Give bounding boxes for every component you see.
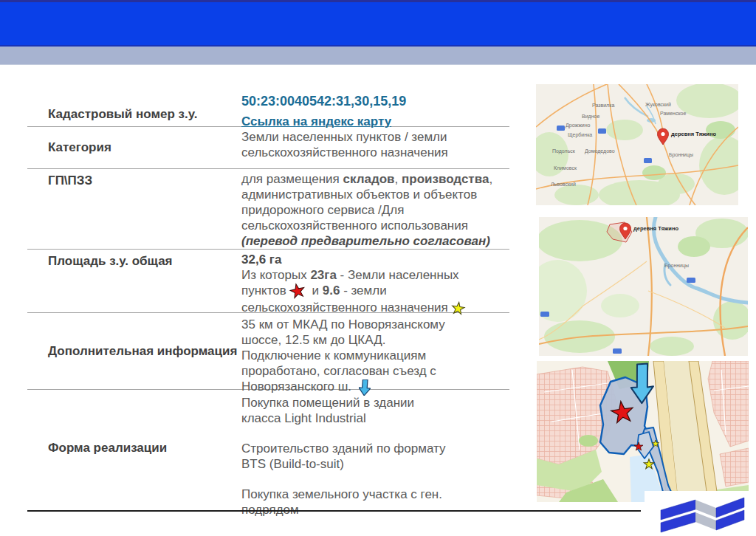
area-bold: 23га [310,268,336,282]
area-text: - земли [340,284,386,298]
gp-pzz-bold: складов [343,172,395,186]
additional-line: 35 км от МКАД по Новорязанскому [241,317,509,332]
gp-pzz-text: для размещения [241,172,343,186]
row-form: Форма реализации Покупка помещений в зда… [27,390,509,506]
map-label: Развилка [592,103,614,108]
map-cadastral [537,361,749,502]
gp-pzz-line: сельскохозяйственного использования [241,218,509,233]
map-label: Подольск [552,148,576,154]
additional-line: шоссе, 12.5 км до ЦКАД. [241,332,509,348]
map-label: Жуковский [645,102,671,108]
gp-pzz-line: административных объектов и объектов [241,187,509,202]
red-star-icon [289,283,306,300]
additional-line: проработано, согласован съезд с [241,363,509,379]
area-text: - Земли населенных [337,268,459,282]
area-text: пунктов [241,284,286,298]
gp-pzz-line: придорожного сервиса /Для [241,202,509,218]
info-table: Кадастровый номер з.у. 50:23:0040542:31,… [27,90,509,506]
map-label: Бронницы [664,263,689,269]
row-cadastral-number: Кадастровый номер з.у. 50:23:0040542:31,… [27,90,509,127]
map-pin-label: деревня Тяжино [633,225,679,232]
gp-pzz-text: , [395,172,402,186]
area-bold: 9.6 [323,284,340,298]
row-area: Площадь з.у. общая 32,6 га Из которых 23… [27,250,509,313]
additional-line: Подключение к коммуникациям [241,348,509,363]
map-label: Львовский [551,182,576,187]
row-category: Категория Земли населенных пунктов / зем… [27,127,509,169]
gp-pzz-label: ГП\ПЗЗ [27,169,241,249]
company-logo [645,491,756,536]
area-line: пунктов и 9.6 - земли [241,283,509,300]
form-option-line: Строительство зданий по формату [241,441,509,456]
form-value: Покупка помещений в здании класса Light … [241,390,509,506]
header-accent-band [0,47,756,65]
cadastral-label: Кадастровый номер з.у. [27,107,241,126]
map-pin-label: деревня Тяжино [671,131,717,137]
form-option-line: BTS (Build-to-suit) [241,456,509,472]
area-label: Площадь з.у. общая [27,250,241,312]
gp-pzz-value: для размещения складов, производства, ад… [241,169,509,249]
form-label: Форма реализации [27,441,241,456]
map-label: Домодедово [585,148,615,154]
map-label: Раменское [660,111,686,116]
area-line: Из которых 23га - Земли населенных [241,267,509,283]
gp-pzz-line: для размещения складов, производства, [241,171,509,187]
map-label: Видное [582,114,599,120]
form-option-line: Покупка помещений в здании [241,395,509,410]
category-value: Земли населенных пунктов / земли сельско… [241,127,509,168]
category-line: сельскохозяйственного назначения [241,145,509,160]
form-option: Строительство зданий по формату BTS (Bui… [241,441,509,472]
map-label: Бронницы [669,152,693,158]
area-total: 32,6 га [241,252,509,267]
row-gp-pzz: ГП\ПЗЗ для размещения складов, производс… [27,169,509,250]
map-overview: Видное Развилка Дрожжино Щербинка Подоль… [536,84,738,205]
header-bar [0,0,756,47]
form-option: Покупка земельного участка с ген. подряд… [241,487,509,518]
additional-info-value: 35 км от МКАД по Новорязанскому шоссе, 1… [241,313,509,389]
map-label: Климовск [554,165,577,171]
bottom-divider [27,510,641,512]
additional-info-label: Дополнительная информация [27,344,241,359]
gp-pzz-text: , [489,172,492,186]
form-option-line: класса Light Industrial [241,410,509,426]
row-additional-info: Дополнительная информация 35 км от МКАД … [27,313,509,390]
map-label: Щербинка [568,132,592,138]
category-line: Земли населенных пунктов / земли [241,129,509,145]
cadastral-value: 50:23:0040542:31,30,15,19 Ссылка на янде… [241,90,509,126]
form-option: Покупка помещений в здании класса Light … [241,395,509,426]
gp-pzz-bold: производства [402,172,489,186]
area-text: и [309,284,323,298]
category-label: Категория [27,140,241,155]
cadastral-number: 50:23:0040542:31,30,15,19 [241,92,509,109]
form-option-line: Покупка земельного участка с ген. [241,487,509,502]
area-value: 32,6 га Из которых 23га - Земли населенн… [241,250,509,312]
gp-pzz-note: (перевод предварительно согласован) [241,233,509,249]
map-label: Дрожжино [566,123,591,128]
map-local: Бронницы деревня Тяжино [539,217,748,356]
area-text: Из которых [241,268,310,282]
